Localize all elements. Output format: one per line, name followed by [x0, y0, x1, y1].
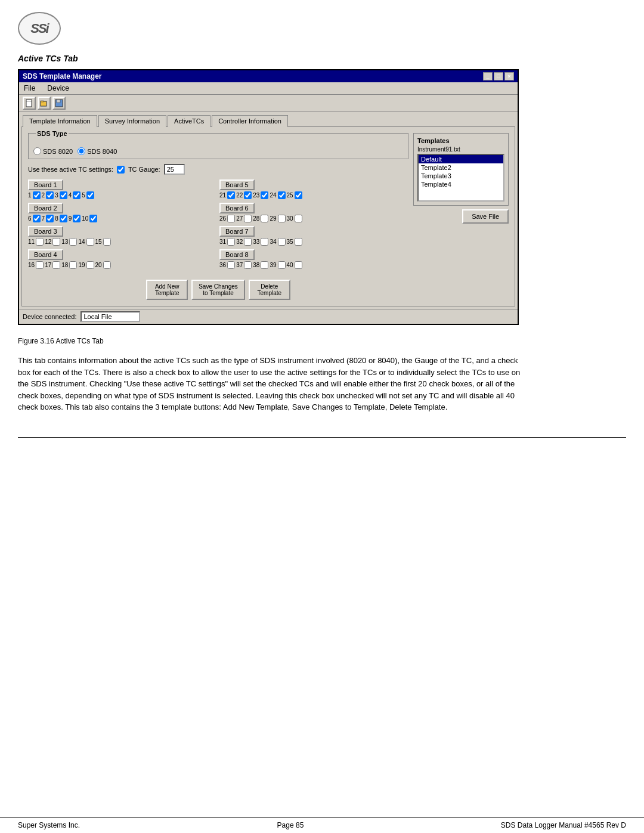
minimize-button[interactable]: _: [483, 72, 493, 80]
new-button[interactable]: [23, 97, 36, 110]
check-11[interactable]: [36, 238, 44, 246]
num-9: 9: [69, 215, 72, 222]
board-1-section: Board 1 1 2 3 4 5: [28, 179, 217, 199]
num-1: 1: [28, 192, 32, 199]
check-19[interactable]: [86, 261, 94, 269]
check-14[interactable]: [86, 238, 94, 246]
check-39[interactable]: [278, 261, 286, 269]
board-3-button[interactable]: Board 3: [28, 226, 63, 237]
check-9[interactable]: [73, 215, 80, 222]
board-6-button[interactable]: Board 6: [219, 203, 255, 213]
check-32[interactable]: [244, 238, 252, 246]
check-23[interactable]: [261, 191, 268, 199]
num-28: 28: [253, 215, 259, 222]
board-1-button[interactable]: Board 1: [28, 179, 63, 190]
add-new-template-button[interactable]: Add NewTemplate: [146, 280, 188, 300]
tc-settings-checkbox[interactable]: [117, 166, 125, 174]
num-29: 29: [270, 215, 276, 222]
sds8040-radio[interactable]: [78, 147, 85, 155]
check-12[interactable]: [52, 238, 60, 246]
check-8[interactable]: [60, 215, 67, 222]
check-3[interactable]: [60, 191, 67, 199]
board-4-checks: 16 17 18 19 20: [28, 261, 217, 269]
check-20[interactable]: [103, 261, 111, 269]
svg-rect-3: [41, 101, 44, 102]
check-10[interactable]: [89, 215, 97, 222]
check-27[interactable]: [244, 215, 252, 222]
board-8-button[interactable]: Board 8: [219, 249, 255, 260]
open-button[interactable]: [38, 97, 51, 110]
save-changes-template-button[interactable]: Save Changesto Template: [191, 280, 245, 300]
board-5-button[interactable]: Board 5: [219, 179, 255, 190]
num-4: 4: [69, 192, 72, 199]
sds8040-option[interactable]: SDS 8040: [78, 147, 117, 155]
check-40[interactable]: [295, 261, 302, 269]
check-21[interactable]: [227, 191, 235, 199]
num-36: 36: [219, 262, 226, 268]
check-31[interactable]: [227, 238, 235, 246]
template-item-default[interactable]: Default: [419, 155, 503, 163]
check-35[interactable]: [295, 238, 302, 246]
main-window: SDS Template Manager _ □ × File Device: [18, 69, 519, 325]
check-7[interactable]: [46, 215, 54, 222]
check-26[interactable]: [227, 215, 235, 222]
board-2-section: Board 2 6 7 8 9 1: [28, 203, 217, 222]
sds-type-group: SDS Type SDS 8020 SDS 8040: [28, 133, 408, 159]
check-34[interactable]: [278, 238, 286, 246]
check-18[interactable]: [69, 261, 77, 269]
check-37[interactable]: [244, 261, 252, 269]
save-file-button[interactable]: Save File: [462, 209, 509, 224]
check-25[interactable]: [295, 191, 302, 199]
board-4-button[interactable]: Board 4: [28, 249, 63, 260]
restore-button[interactable]: □: [494, 72, 503, 80]
check-6[interactable]: [33, 215, 41, 222]
check-4[interactable]: [73, 191, 80, 199]
template-filename: Instrument91.txt: [417, 146, 504, 153]
check-29[interactable]: [278, 215, 286, 222]
save-button[interactable]: [52, 97, 66, 110]
description-text: This tab contains information about the …: [18, 355, 531, 413]
check-38[interactable]: [261, 261, 268, 269]
sds8020-radio[interactable]: [33, 147, 41, 155]
window-titlebar: SDS Template Manager _ □ ×: [19, 70, 518, 82]
tabs-bar: Template Information Survey Information …: [19, 112, 518, 126]
tab-survey-information[interactable]: Survey Information: [98, 115, 166, 127]
check-13[interactable]: [69, 238, 77, 246]
num-26: 26: [219, 215, 226, 222]
templates-list[interactable]: Default Template2 Template3 Template4: [417, 154, 504, 202]
board-6-checks: 26 27 28 29 30: [219, 215, 408, 222]
delete-template-button[interactable]: DeleteTemplate: [249, 280, 290, 300]
check-17[interactable]: [52, 261, 60, 269]
check-5[interactable]: [86, 191, 94, 199]
tab-active-tcs[interactable]: ActiveTCs: [168, 115, 210, 127]
left-panel: SDS Type SDS 8020 SDS 8040: [28, 133, 408, 300]
board-7-button[interactable]: Board 7: [219, 226, 255, 237]
template-item-3[interactable]: Template3: [419, 172, 503, 180]
check-36[interactable]: [227, 261, 235, 269]
tc-gauge-input[interactable]: [164, 164, 185, 175]
check-2[interactable]: [46, 191, 54, 199]
tab-controller-information[interactable]: Controller Information: [212, 115, 288, 127]
check-1[interactable]: [33, 191, 41, 199]
check-22[interactable]: [244, 191, 252, 199]
boards-right: Board 5 21 22 23 24: [219, 179, 408, 272]
check-28[interactable]: [261, 215, 268, 222]
templates-title: Templates: [417, 137, 504, 144]
check-24[interactable]: [278, 191, 286, 199]
check-33[interactable]: [261, 238, 268, 246]
num-30: 30: [287, 215, 293, 222]
board-2-checks: 6 7 8 9 10: [28, 215, 217, 222]
template-item-2[interactable]: Template2: [419, 163, 503, 172]
action-buttons: Add NewTemplate Save Changesto Template …: [28, 280, 408, 300]
file-menu[interactable]: File: [21, 83, 38, 93]
template-item-4[interactable]: Template4: [419, 180, 503, 188]
close-button[interactable]: ×: [504, 72, 514, 80]
check-30[interactable]: [295, 215, 302, 222]
board-2-button[interactable]: Board 2: [28, 203, 63, 213]
num-40: 40: [287, 262, 293, 268]
check-16[interactable]: [36, 261, 44, 269]
check-15[interactable]: [103, 238, 111, 246]
tab-template-information[interactable]: Template Information: [23, 115, 97, 127]
device-menu[interactable]: Device: [45, 83, 72, 93]
sds8020-option[interactable]: SDS 8020: [33, 147, 73, 155]
